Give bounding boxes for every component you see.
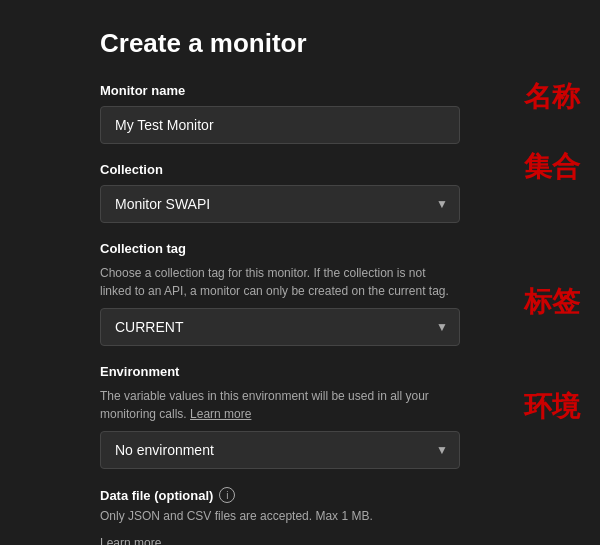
collection-tag-select-wrapper: CURRENT ▼ [100,308,460,346]
annotation-collection: 集合 [524,148,580,186]
data-file-learn-more-link[interactable]: Learn more [100,536,161,545]
data-file-label: Data file (optional) [100,488,213,503]
annotation-name: 名称 [524,78,580,116]
monitor-name-section: Monitor name [100,83,580,144]
data-file-header: Data file (optional) i [100,487,580,503]
data-file-section: Data file (optional) i Only JSON and CSV… [100,487,580,545]
collection-tag-select[interactable]: CURRENT [100,308,460,346]
environment-label: Environment [100,364,580,379]
environment-select[interactable]: No environment [100,431,460,469]
data-file-description-line1: Only JSON and CSV files are accepted. Ma… [100,507,460,525]
monitor-name-input[interactable] [100,106,460,144]
environment-select-wrapper: No environment ▼ [100,431,460,469]
collection-select-wrapper: Monitor SWAPI No collection ▼ [100,185,460,223]
annotation-environment: 环境 [524,388,580,426]
main-container: 名称 集合 标签 环境 数据映射文件 Create a monitor Moni… [0,0,600,545]
environment-learn-more-link[interactable]: Learn more [190,407,251,421]
page-title: Create a monitor [100,28,580,59]
collection-tag-label: Collection tag [100,241,580,256]
data-file-info-icon[interactable]: i [219,487,235,503]
environment-description: The variable values in this environment … [100,387,460,423]
environment-section: Environment The variable values in this … [100,364,580,469]
collection-tag-description: Choose a collection tag for this monitor… [100,264,460,300]
collection-select[interactable]: Monitor SWAPI No collection [100,185,460,223]
collection-section: Collection Monitor SWAPI No collection ▼ [100,162,580,223]
collection-tag-section: Collection tag Choose a collection tag f… [100,241,580,346]
monitor-name-label: Monitor name [100,83,580,98]
collection-label: Collection [100,162,580,177]
environment-description-text: The variable values in this environment … [100,389,429,421]
annotation-tag: 标签 [524,283,580,321]
